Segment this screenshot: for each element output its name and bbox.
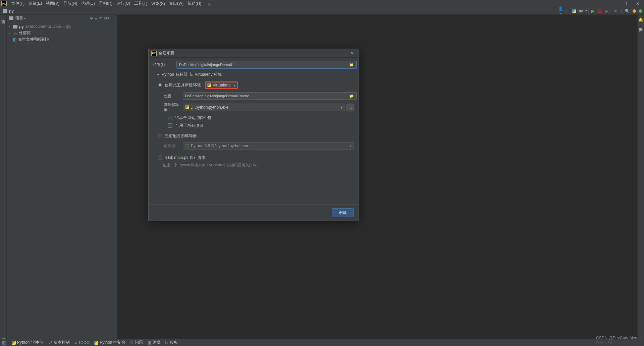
python-icon [572,9,576,13]
folder-icon [3,9,7,13]
structure-tab[interactable]: 结构 [0,336,7,339]
python-console-tab[interactable]: Python 控制台 [94,340,125,345]
debug-button[interactable]: 🐞 [597,9,602,13]
menu-tools[interactable]: 工具(T) [132,1,149,6]
vcs-tab[interactable]: ⎇版本控制 [48,340,70,345]
python-icon [207,83,211,87]
radio-existing-env[interactable] [158,134,162,138]
radio-label: 先前配置的解释器 [165,133,197,139]
tree-scratches[interactable]: ◧ 临时文件和控制台 [7,36,117,43]
chevron-down-icon: ▾ [340,106,342,109]
target-icon[interactable]: ⊙ [90,16,93,20]
new-project-dialog: PC 创建项目 ✕ 位置(L): 📁 ▼ Python 解释器: 新 Virtu… [148,49,359,221]
right-tool-strip: 🔔 数据库 [637,15,644,339]
terminal-tab[interactable]: ▣终端 [148,340,161,345]
chevron-right-icon[interactable]: › [9,31,12,35]
expand-icon[interactable]: ≡ [95,16,97,20]
dialog-footer: 创建 [149,205,359,221]
dropdown-value: Virtualenv [213,83,230,88]
collapse-icon[interactable]: ⇵ [99,16,102,20]
project-icon [9,16,13,20]
problems-tab[interactable]: ⊘问题 [130,340,143,345]
menu-edit[interactable]: 编辑(E) [26,1,44,6]
inherit-checkbox[interactable] [168,116,172,120]
radio-new-env[interactable] [158,83,162,87]
all-projects-row[interactable]: 可用于所有项目 [168,123,354,128]
menu-code[interactable]: 代码(C) [79,1,97,6]
todo-tab[interactable]: ≡TODO [74,340,90,345]
run-more-icon[interactable]: ▶. [605,9,610,13]
hide-icon[interactable]: — [111,16,115,20]
tree-item-label: 外部库 [19,30,31,36]
notifications-icon[interactable]: 🔔 [638,17,643,22]
tree-root[interactable]: › py D:\document\代码练习\py [7,23,117,30]
venv-location-label: 位置: [164,94,183,99]
base-interpreter-dropdown[interactable]: D:\python\python.exe ▾ [183,104,344,111]
menu-refactor[interactable]: 重构(R) [97,1,115,6]
create-button[interactable]: 创建 [332,208,354,217]
dialog-titlebar: PC 创建项目 ✕ [149,49,359,58]
tool-window-toggle[interactable]: ▦ [2,340,7,345]
new-env-radio-row[interactable]: 使用此工具新建环境 Virtualenv ▾ [158,81,354,89]
menu-vcs[interactable]: VCS(S) [149,1,167,6]
inherit-packages-row[interactable]: 继承全局站点软件包 [168,115,354,121]
project-tool-tab[interactable]: 项目 [0,16,6,19]
project-tree: › py D:\document\代码练习\py › 外部库 ◧ 临时文件和控制… [7,22,117,44]
project-tool-header: 项目 ▾ ⊙ ≡ ⇵ ⚙▾ — [7,15,117,22]
tree-root-path: D:\document\代码练习\py [26,24,71,30]
location-label: 位置(L): [153,62,177,67]
pycharm-icon: PC [151,51,157,56]
dropdown-value: Python 3.8 D:\python\python.exe [191,143,249,148]
stop-icon[interactable]: ■ [613,9,618,13]
triangle-down-icon: ▼ [157,73,160,76]
existing-interpreter-dropdown: Python 3.8 D:\python\python.exe ▾ [183,142,354,150]
pycharm-icon: PC [1,1,7,6]
chevron-right-icon[interactable]: › [9,25,12,28]
left-tool-strip: 项目 [0,15,7,339]
add-user-icon[interactable]: 👤▾ [558,6,564,16]
python-icon [12,341,16,345]
menu-file[interactable]: 文件(F) [9,1,26,6]
interpreter-section-header[interactable]: ▼ Python 解释器: 新 Virtualenv 环境 [157,72,354,77]
create-main-checkbox[interactable] [158,156,162,160]
dialog-title: 创建项目 [159,50,175,56]
browse-folder-icon[interactable]: 📁 [349,94,354,98]
menu-navigate[interactable]: 导航(N) [61,1,79,6]
menu-window[interactable]: 窗口(W) [167,1,185,6]
browse-folder-icon[interactable]: 📁 [349,63,354,67]
bookmarks-tab[interactable]: 书签 [0,333,7,336]
tree-external-libs[interactable]: › 外部库 [7,30,117,36]
tree-item-label: 临时文件和控制台 [18,37,50,42]
libraries-icon [13,31,17,36]
search-icon[interactable]: 🔍 [625,9,630,13]
env-tool-dropdown[interactable]: Virtualenv ▾ [205,81,238,89]
dropdown-icon[interactable]: ▾ [24,17,26,20]
all-projects-checkbox[interactable] [168,123,172,128]
gear-icon[interactable]: ⚙▾ [104,16,109,20]
venv-location-input[interactable] [183,92,357,100]
menu-view[interactable]: 视图(V) [44,1,61,6]
existing-env-radio-row[interactable]: 先前配置的解释器 [158,133,354,139]
menu-help[interactable]: 帮助(H) [185,1,203,6]
dialog-close-button[interactable]: ✕ [348,50,356,56]
create-main-row[interactable]: 创建 main.py 欢迎脚本 [158,155,354,161]
more-button[interactable]: … [346,104,354,111]
dropdown-value: D:\python\python.exe [191,105,228,110]
base-interpreter-label: 基础解释器: [164,102,183,112]
checkbox-label: 创建 main.py 欢迎脚本 [165,155,206,161]
ide-status-yellow-icon[interactable] [633,9,636,13]
location-input[interactable] [177,61,357,68]
breadcrumb-folder[interactable]: py [9,9,14,13]
chevron-down-icon: ▾ [234,83,235,87]
python-packages-tab[interactable]: Python 软件包 [12,340,43,345]
folder-icon [13,25,17,28]
navbar: py 👤▾ | mv ▶ 🐞 ▶. ■ | 🔍 [0,7,644,15]
existing-interpreter-label: 解释器: [164,143,183,149]
chevron-down-icon: ▾ [350,144,352,148]
services-tab[interactable]: ▷服务 [165,340,178,345]
watermark: CSDN @DevCodeMemo Python 3.8 [596,336,641,345]
run-config-combo[interactable]: mv [570,8,589,14]
menu-run[interactable]: 运行(U) [114,1,132,6]
run-button[interactable]: ▶ [591,9,594,13]
ide-status-green-icon[interactable] [639,9,642,13]
